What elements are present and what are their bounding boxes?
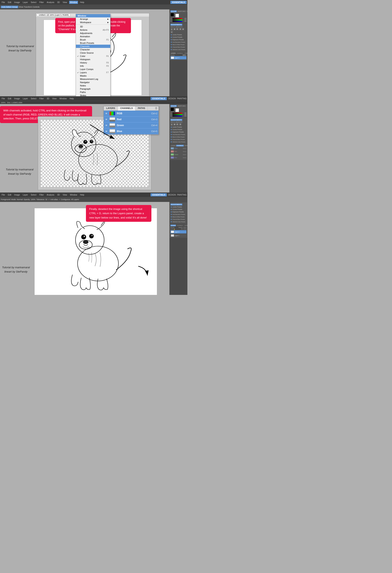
adj-hue-sat[interactable]: ▶Hue/Saturation Presets xyxy=(170,41,186,43)
adj-levels[interactable]: ▶Levels Presets xyxy=(170,34,186,36)
bg-color[interactable] xyxy=(175,14,179,18)
menu-clone-source[interactable]: Clone Source xyxy=(76,51,110,54)
adj-exposure[interactable]: ▶Exposure Presets xyxy=(170,38,186,41)
s3-ltab-channels[interactable]: CHANNELS xyxy=(176,225,184,226)
s2-adj-selective[interactable]: ▶Selective Color Presets xyxy=(170,141,186,143)
menu-3d[interactable]: 3D xyxy=(56,1,61,4)
menu-3d[interactable]: 3D xyxy=(76,25,110,28)
menu-info[interactable]: InfoF8 xyxy=(76,64,110,68)
s3-adj-exposure[interactable]: ▶Exposure Presets xyxy=(170,211,186,213)
menu-history[interactable]: HistoryF8 xyxy=(76,61,110,64)
menu-arrange[interactable]: Arrange xyxy=(76,18,110,21)
adj-selective[interactable]: ▶Selective Color Presets xyxy=(170,48,186,51)
ltab-layers[interactable]: LAYERS xyxy=(170,53,176,54)
s3-image[interactable]: Image xyxy=(13,193,21,197)
menu-notes[interactable]: Notes xyxy=(76,84,110,87)
s3-design[interactable]: DESIGN xyxy=(168,194,176,196)
cp-tab-layers[interactable]: LAYERS xyxy=(104,106,118,110)
channel-row-blue[interactable]: 👁 Blue Ctrl+5 xyxy=(104,128,159,134)
s3-analysis[interactable]: Analysis xyxy=(46,193,55,197)
s3-layer0-row[interactable]: Layer 0 xyxy=(170,230,186,233)
ltab-paths[interactable]: PATHS xyxy=(184,53,187,54)
csp-tab-color[interactable]: COLOR xyxy=(170,10,177,12)
adj-curves[interactable]: ▶Curves Presets xyxy=(170,36,186,38)
menu-channels[interactable]: Channels xyxy=(76,45,110,48)
s3-window[interactable]: Window xyxy=(69,193,78,197)
s3-layer1-row[interactable]: Layer 1 xyxy=(170,234,186,237)
adj-icon-4[interactable]: ◑ xyxy=(179,28,182,30)
s2-painting[interactable]: PAINTING xyxy=(177,97,187,100)
menu-masks[interactable]: Masks xyxy=(76,74,110,77)
s3-adj-channel[interactable]: ▶Channel Mixer Presets xyxy=(170,218,186,221)
menu-filter[interactable]: Filter xyxy=(38,1,45,4)
s2-b-slider[interactable] xyxy=(172,115,182,117)
csp-tab-styles[interactable]: STYLES xyxy=(186,10,187,12)
channel-row-rgb[interactable]: 👁 RGB Ctrl+2 xyxy=(104,111,159,117)
menu-actions[interactable]: ActionsAlt+F9 xyxy=(76,28,110,32)
cm-tab-paths[interactable]: PATHS xyxy=(184,145,187,146)
s2-r-slider[interactable] xyxy=(172,113,182,114)
menu-edit[interactable]: Edit xyxy=(7,1,12,4)
adj-bw[interactable]: ▶Black & White Presets xyxy=(170,43,186,46)
menu-layer[interactable]: Layer xyxy=(22,1,29,4)
s3-help[interactable]: Help xyxy=(79,193,85,197)
csp-tab-swatches[interactable]: SWATCHES xyxy=(177,10,186,12)
channel-eye-blue[interactable]: 👁 xyxy=(105,130,108,133)
menu-window[interactable]: Window xyxy=(69,1,78,4)
cp-tab-channels[interactable]: CHANNELS xyxy=(118,106,136,111)
s2-menu-layer[interactable]: Layer xyxy=(22,97,29,100)
s2-menu-image[interactable]: Image xyxy=(13,97,21,100)
menu-brush-presets[interactable]: Brush Presets xyxy=(76,41,110,45)
channel-row-green[interactable]: 👁 Green Ctrl+4 xyxy=(104,123,159,128)
s2-menu-3d[interactable]: 3D xyxy=(46,97,50,100)
channel-mini-blue[interactable]: Blue Ctrl+5 xyxy=(170,156,186,159)
s3-painting[interactable]: PAINTING xyxy=(177,194,187,196)
s2-adj-exposure[interactable]: ▶Exposure Presets xyxy=(170,131,186,133)
s2-g-slider[interactable] xyxy=(172,114,182,115)
s2-adj-hue[interactable]: ▶Hue/Saturation Presets xyxy=(170,133,186,136)
s2-bg-color[interactable] xyxy=(175,108,179,112)
cm-tab-channels[interactable]: CHANNELS xyxy=(176,145,184,146)
s3-filter[interactable]: Filter xyxy=(38,193,45,197)
s3-adj-bw[interactable]: ▶Black & White Presets xyxy=(170,216,186,218)
cp-tab-paths[interactable]: PATHS xyxy=(136,106,148,110)
s2-adj-i4[interactable]: ◑ xyxy=(179,123,182,125)
adj-icon-6[interactable]: ● xyxy=(170,31,173,33)
s2-adj-i2[interactable]: ◕ xyxy=(173,123,176,125)
menu-color[interactable]: ColorF6 xyxy=(76,54,110,58)
channel-row-red[interactable]: 👁 Red Ctrl+3 xyxy=(104,117,159,123)
s3-file[interactable]: File xyxy=(1,193,6,197)
s3-essentials[interactable]: ESSENTIALS xyxy=(151,193,167,197)
channel-eye-green[interactable]: 👁 xyxy=(105,124,108,127)
s3-edit[interactable]: Edit xyxy=(7,193,12,197)
s3-adj-tab[interactable]: ADJUSTMENTS xyxy=(170,204,182,205)
s2-menu-filter[interactable]: Filter xyxy=(38,97,45,100)
s2-design[interactable]: DESIGN xyxy=(168,97,176,100)
s3-layer[interactable]: Layer xyxy=(22,193,29,197)
essentials-button[interactable]: ESSENTIALS xyxy=(170,1,187,4)
menu-workspace[interactable]: Workspace xyxy=(76,21,110,24)
menu-character[interactable]: Character xyxy=(76,48,110,51)
ltab-channels[interactable]: CHANNELS xyxy=(176,53,184,54)
s2-adj-levels[interactable]: ▶Levels Presets xyxy=(170,126,186,128)
s2-adj-channel[interactable]: ▶Channel Mixer Presets xyxy=(170,138,186,141)
menu-paragraph[interactable]: Paragraph xyxy=(76,87,110,90)
s2-adj-bw[interactable]: ▶Black & White Presets xyxy=(170,136,186,138)
adj-tab-active[interactable]: ADJUSTMENTS xyxy=(170,24,182,26)
menu-view[interactable]: View xyxy=(62,1,68,4)
s3-select[interactable]: Select xyxy=(30,193,37,197)
s3-3d[interactable]: 3D xyxy=(56,193,61,197)
g-slider-track[interactable] xyxy=(172,19,182,20)
menu-image[interactable]: Image xyxy=(13,1,21,4)
r-slider-track[interactable] xyxy=(172,18,182,19)
b-slider-track[interactable] xyxy=(172,21,182,22)
adj-icon-1[interactable]: ▲ xyxy=(170,28,173,30)
s3-view[interactable]: View xyxy=(62,193,68,197)
s2-menu-window[interactable]: Window xyxy=(59,97,68,100)
s2-adj-tab[interactable]: ADJUSTMENTS xyxy=(170,119,182,121)
s3-adj-selective[interactable]: ▶Selective Color Presets xyxy=(170,221,186,223)
s2-menu-select[interactable]: Select xyxy=(30,97,37,100)
menu-layer-comps[interactable]: Layer Comps xyxy=(76,68,110,71)
adj-icon-5[interactable]: ◒ xyxy=(182,28,184,30)
menu-histogram[interactable]: Histogram xyxy=(76,58,110,61)
